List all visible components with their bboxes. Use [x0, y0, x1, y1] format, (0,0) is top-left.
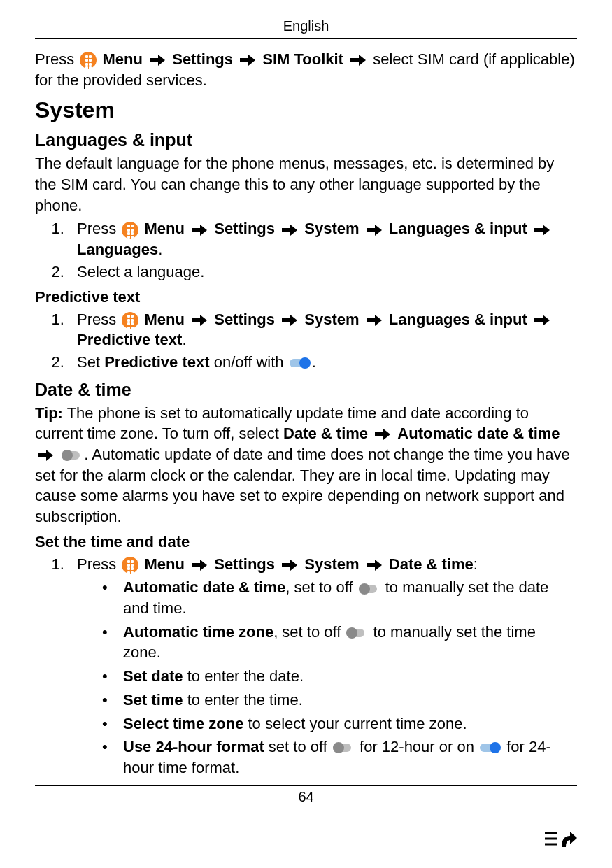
- predictive-step-1: Press Menu Settings System Languages & i…: [69, 309, 577, 350]
- text-menu: Menu: [103, 50, 143, 68]
- return-to-contents-icon[interactable]: [543, 827, 577, 853]
- heading-date-time: Date & time: [35, 380, 577, 400]
- text-select-time-zone: Select time zone: [123, 715, 243, 732]
- heading-languages-input: Languages & input: [35, 130, 577, 150]
- arrow-right-icon: [192, 224, 207, 236]
- toggle-off-icon: [62, 450, 83, 461]
- text-set-date: Set date: [123, 667, 183, 685]
- arrow-right-icon: [192, 314, 207, 327]
- text-press: Press: [77, 311, 116, 328]
- text-date-time: Date & time: [389, 555, 474, 573]
- arrow-right-icon: [38, 449, 53, 462]
- text-date-time: Date & time: [283, 425, 368, 442]
- page-header-language: English: [35, 18, 577, 34]
- languages-step-1: Press Menu Settings System Languages & i…: [69, 218, 577, 259]
- text-settings: Settings: [214, 311, 275, 328]
- text-colon: :: [474, 555, 478, 573]
- arrow-right-icon: [367, 314, 382, 327]
- text-predictive-text: Predictive text: [77, 331, 182, 348]
- heading-set-time-date: Set the time and date: [35, 533, 577, 551]
- arrow-right-icon: [240, 54, 255, 66]
- languages-steps: Press Menu Settings System Languages & i…: [35, 218, 577, 282]
- text-set-time: Set time: [123, 691, 183, 709]
- set-time-date-steps: Press Menu Settings System Date & time:: [35, 554, 577, 575]
- option-set-date: Set date to enter the date.: [102, 666, 577, 687]
- text-lang-input: Languages & input: [389, 311, 527, 328]
- page-number: 64: [35, 789, 577, 805]
- option-24-hour-format: Use 24-hour format set to off for 12-hou…: [102, 737, 577, 778]
- text-period: .: [312, 353, 316, 371]
- text-languages: Languages: [77, 241, 158, 258]
- predictive-steps: Press Menu Settings System Languages & i…: [35, 309, 577, 373]
- text-b3b: to enter the date.: [183, 667, 304, 685]
- menu-icon: [122, 222, 138, 239]
- text-auto-date-time: Automatic date & time: [397, 425, 560, 442]
- menu-icon: [80, 52, 97, 69]
- text-b4b: to enter the time.: [183, 691, 303, 709]
- arrow-right-icon: [367, 559, 382, 571]
- toggle-on-icon: [480, 742, 501, 753]
- intro-paragraph: Press Menu Settings SIM Toolkit select S…: [35, 49, 577, 90]
- divider-top: [35, 38, 577, 39]
- heading-system: System: [35, 97, 577, 123]
- text-auto-date-time: Automatic date & time: [123, 578, 285, 596]
- languages-input-desc: The default language for the phone menus…: [35, 153, 577, 215]
- text-predictive-bold: Predictive text: [104, 353, 209, 371]
- arrow-right-icon: [534, 314, 550, 327]
- arrow-right-icon: [350, 54, 366, 66]
- text-b5b: to select your current time zone.: [243, 715, 467, 732]
- arrow-right-icon: [375, 428, 390, 441]
- toggle-off-icon: [346, 627, 367, 639]
- text-onoff: on/off with: [210, 353, 288, 371]
- option-set-time: Set time to enter the time.: [102, 690, 577, 711]
- predictive-step-2: Set Predictive text on/off with .: [69, 352, 577, 373]
- divider-bottom: [35, 785, 577, 786]
- arrow-right-icon: [367, 224, 382, 236]
- text-b2b: , set to off: [273, 623, 345, 641]
- toggle-on-icon: [290, 357, 311, 369]
- text-set: Set: [77, 353, 104, 371]
- text-system: System: [304, 555, 359, 573]
- text-menu: Menu: [145, 555, 185, 573]
- arrow-right-icon: [282, 559, 297, 571]
- text-settings: Settings: [172, 50, 233, 68]
- date-time-tip: Tip: The phone is set to automatically u…: [35, 403, 577, 527]
- arrow-right-icon: [192, 559, 207, 571]
- text-menu: Menu: [145, 311, 185, 328]
- text-press: Press: [77, 220, 116, 237]
- arrow-right-icon: [282, 224, 297, 236]
- toggle-off-icon: [333, 742, 354, 753]
- menu-icon: [122, 557, 138, 574]
- menu-icon: [122, 312, 138, 329]
- text-b1b: , set to off: [285, 578, 357, 596]
- text-24-hour: Use 24-hour format: [123, 738, 264, 755]
- arrow-right-icon: [282, 314, 297, 327]
- text-settings: Settings: [214, 220, 275, 237]
- text-system: System: [304, 311, 359, 328]
- text-system: System: [304, 220, 359, 237]
- option-select-time-zone: Select time zone to select your current …: [102, 713, 577, 734]
- text-sim-toolkit: SIM Toolkit: [262, 50, 343, 68]
- heading-predictive-text: Predictive text: [35, 288, 577, 306]
- text-lang-input: Languages & input: [389, 220, 527, 237]
- tip-text-2: . Automatic update of date and time does…: [35, 446, 570, 525]
- text-auto-time-zone: Automatic time zone: [123, 623, 273, 641]
- option-auto-time-zone: Automatic time zone, set to off to manua…: [102, 622, 577, 663]
- arrow-right-icon: [534, 224, 550, 236]
- arrow-right-icon: [150, 54, 165, 66]
- option-auto-date-time: Automatic date & time, set to off to man…: [102, 577, 577, 618]
- text-b6b: set to off: [264, 738, 332, 755]
- set-time-date-step-1: Press Menu Settings System Date & time:: [69, 554, 577, 575]
- text-b6c: for 12-hour or on: [355, 738, 478, 755]
- text-settings: Settings: [214, 555, 275, 573]
- tip-label: Tip:: [35, 404, 63, 422]
- text-press: Press: [77, 555, 116, 573]
- toggle-off-icon: [359, 583, 380, 595]
- text-press: Press: [35, 50, 74, 68]
- text-menu: Menu: [145, 220, 185, 237]
- date-time-options: Automatic date & time, set to off to man…: [35, 577, 577, 778]
- languages-step-2: Select a language.: [69, 262, 577, 283]
